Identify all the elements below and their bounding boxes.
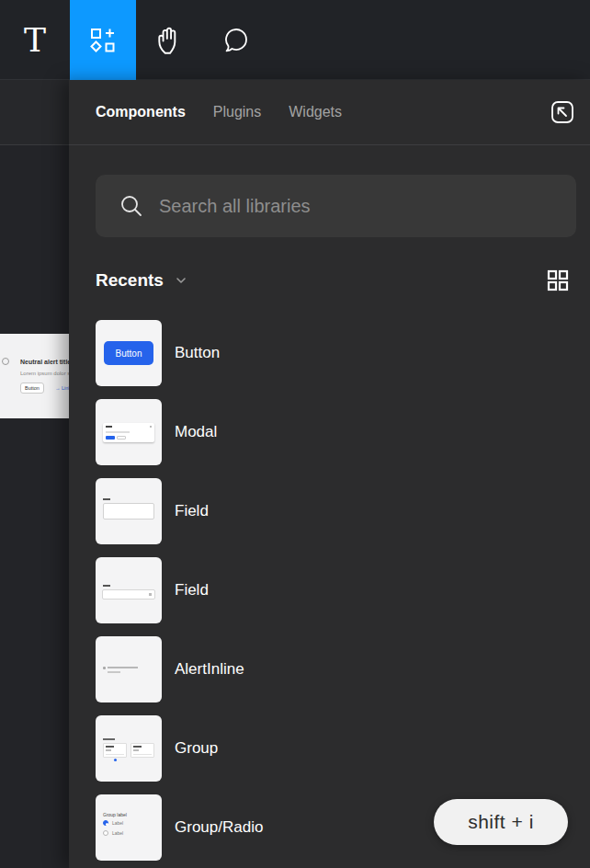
- comment-icon: [221, 26, 251, 55]
- list-item-group[interactable]: Group: [96, 715, 576, 782]
- item-label: Group: [175, 739, 218, 758]
- item-label: Button: [175, 344, 220, 362]
- comment-tool-button[interactable]: [204, 0, 268, 80]
- thumb-button-mock: Button: [104, 341, 153, 365]
- thumbnail-group: [96, 715, 162, 782]
- thumb-field-input: [102, 589, 155, 600]
- components-icon: [88, 26, 118, 55]
- item-label: AlertInline: [175, 660, 244, 679]
- radio-selected-icon: [103, 820, 108, 826]
- list-item-modal[interactable]: Modal: [96, 399, 576, 465]
- thumbnail-button: Button: [96, 320, 162, 386]
- thumbnail-field-small: [96, 557, 162, 623]
- canvas-alert-component-preview[interactable]: Neutral alert title Lorem ipsum dolor si…: [0, 334, 69, 418]
- info-icon: [2, 358, 9, 365]
- text-tool-button[interactable]: T: [0, 0, 70, 80]
- item-label: Modal: [175, 423, 217, 441]
- components-panel: Components Plugins Widgets: [69, 80, 590, 868]
- tab-widgets[interactable]: Widgets: [289, 104, 342, 120]
- alert-title: Neutral alert title: [20, 359, 69, 365]
- search-input[interactable]: [159, 196, 563, 217]
- search-bar[interactable]: [96, 175, 576, 237]
- search-icon: [118, 192, 145, 220]
- pin-to-sidebar-button[interactable]: [547, 97, 578, 128]
- chevron-down-icon[interactable]: [174, 273, 188, 288]
- tab-plugins[interactable]: Plugins: [213, 104, 261, 120]
- item-label: Group/Radio: [175, 818, 263, 837]
- thumbnail-modal: [96, 399, 162, 465]
- recents-list: Button Button Modal Field: [96, 320, 576, 868]
- tab-components[interactable]: Components: [96, 104, 186, 120]
- panel-tabs: Components Plugins Widgets: [96, 104, 342, 120]
- toolbar: T: [0, 0, 590, 80]
- list-item-field-1[interactable]: Field: [96, 478, 576, 544]
- thumb-modal-mock: [103, 423, 154, 442]
- figma-app: T: [0, 0, 590, 868]
- thumb-field-input: [103, 503, 154, 520]
- shortcut-hint-pill: shift + i: [434, 799, 568, 845]
- components-tool-button-active[interactable]: [70, 0, 136, 80]
- thumbnail-alert-inline: [96, 636, 162, 702]
- thumbnail-group-radio: Group label Label Label: [96, 794, 162, 861]
- item-label: Field: [175, 581, 209, 600]
- text-tool-icon: T: [24, 24, 46, 57]
- list-item-button[interactable]: Button Button: [96, 320, 576, 386]
- alert-link: → Link text: [55, 385, 69, 391]
- recents-title[interactable]: Recents: [96, 270, 164, 291]
- grid-view-icon[interactable]: [546, 268, 570, 292]
- canvas-area[interactable]: Neutral alert title Lorem ipsum dolor si…: [0, 80, 69, 868]
- radio-unselected-icon: [103, 830, 108, 836]
- arrow-up-left-icon: [548, 97, 577, 127]
- item-label: Field: [175, 502, 209, 520]
- list-item-field-2[interactable]: Field: [96, 557, 576, 623]
- list-item-alertinline[interactable]: AlertInline: [96, 636, 576, 702]
- thumbnail-field-large: [96, 478, 162, 544]
- panel-header: Components Plugins Widgets: [69, 80, 590, 145]
- shortcut-hint-text: shift + i: [468, 811, 534, 833]
- alert-body-text: Lorem ipsum dolor sit amet consect: [20, 371, 69, 376]
- recents-header: Recents: [96, 268, 570, 292]
- alert-button: Button: [20, 383, 44, 394]
- hand-tool-button[interactable]: [136, 0, 204, 80]
- hand-icon: [154, 25, 186, 56]
